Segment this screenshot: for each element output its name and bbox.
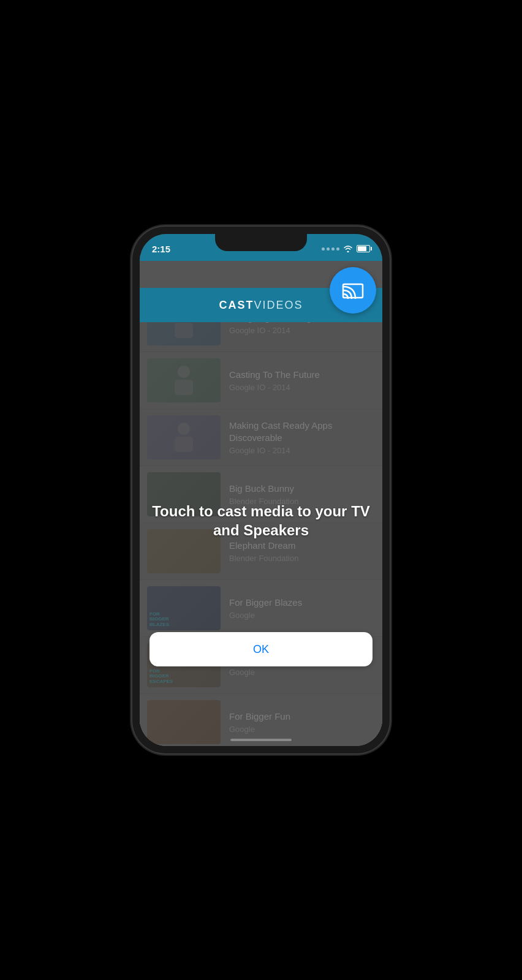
status-time: 2:15 [152, 241, 170, 254]
ok-label: OK [253, 643, 269, 656]
phone-frame: 2:15 [132, 227, 390, 753]
cast-overlay[interactable]: Touch to cast media to your TV and Speak… [140, 295, 382, 746]
app-header-container: CASTVIDEOS [140, 261, 382, 295]
battery-fill [358, 246, 366, 251]
status-icons [322, 243, 370, 252]
phone-screen: 2:15 [140, 234, 382, 746]
signal-dot-1 [322, 247, 325, 251]
app-title: CASTVIDEOS [219, 299, 303, 312]
cast-fab-button[interactable] [330, 267, 376, 314]
signal-dot-2 [327, 247, 330, 251]
app-title-cast: CAST [219, 299, 254, 311]
cast-icon [342, 282, 364, 299]
content-area: Designing For Google CastGoogle IO - 201… [140, 295, 382, 746]
signal-dots [322, 247, 339, 251]
signal-dot-4 [336, 247, 339, 251]
notch [215, 234, 307, 251]
ok-button[interactable]: OK [149, 632, 373, 666]
home-indicator [230, 739, 292, 741]
wifi-icon [343, 245, 353, 252]
battery-icon [357, 245, 370, 252]
app-title-videos: VIDEOS [254, 299, 303, 311]
cast-overlay-text: Touch to cast media to your TV and Speak… [152, 502, 370, 540]
signal-dot-3 [331, 247, 335, 251]
